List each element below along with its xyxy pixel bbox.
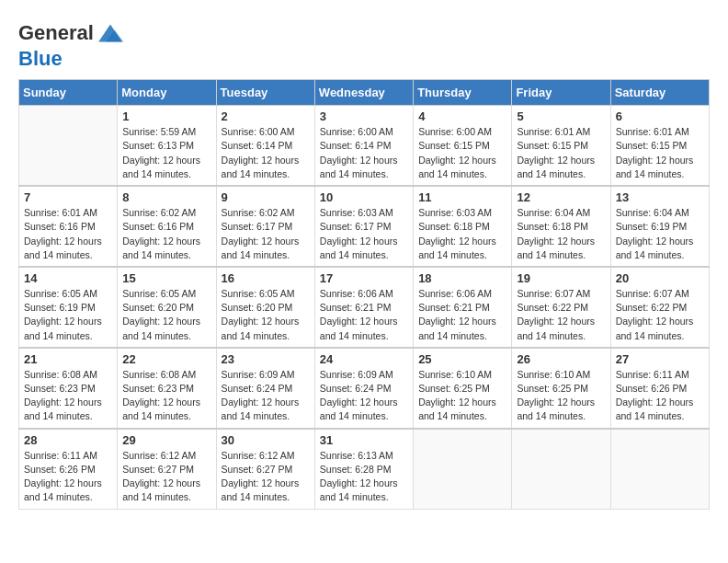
day-number: 22	[122, 352, 210, 366]
day-info: Sunrise: 6:03 AM Sunset: 6:17 PM Dayligh…	[320, 206, 408, 262]
day-number: 29	[122, 433, 210, 447]
column-header-tuesday: Tuesday	[216, 80, 314, 106]
day-info: Sunrise: 6:07 AM Sunset: 6:22 PM Dayligh…	[616, 287, 704, 343]
day-cell: 24Sunrise: 6:09 AM Sunset: 6:24 PM Dayli…	[314, 348, 413, 429]
day-cell: 22Sunrise: 6:08 AM Sunset: 6:23 PM Dayli…	[118, 348, 216, 429]
day-cell: 19Sunrise: 6:07 AM Sunset: 6:22 PM Dayli…	[512, 267, 610, 348]
logo: General Blue	[18, 18, 125, 70]
day-number: 11	[418, 190, 506, 204]
day-cell: 26Sunrise: 6:10 AM Sunset: 6:25 PM Dayli…	[512, 348, 610, 429]
day-info: Sunrise: 6:12 AM Sunset: 6:27 PM Dayligh…	[122, 449, 210, 505]
day-cell: 20Sunrise: 6:07 AM Sunset: 6:22 PM Dayli…	[610, 267, 709, 348]
calendar-header-row: SundayMondayTuesdayWednesdayThursdayFrid…	[19, 80, 710, 106]
day-info: Sunrise: 6:01 AM Sunset: 6:15 PM Dayligh…	[517, 125, 605, 181]
calendar-table: SundayMondayTuesdayWednesdayThursdayFrid…	[18, 79, 710, 509]
day-number: 20	[616, 271, 704, 285]
day-number: 28	[24, 433, 112, 447]
day-info: Sunrise: 6:02 AM Sunset: 6:17 PM Dayligh…	[222, 206, 310, 262]
day-info: Sunrise: 6:01 AM Sunset: 6:15 PM Dayligh…	[616, 125, 704, 181]
day-number: 18	[418, 271, 506, 285]
day-cell	[19, 106, 118, 186]
day-cell: 28Sunrise: 6:11 AM Sunset: 6:26 PM Dayli…	[19, 429, 118, 509]
column-header-saturday: Saturday	[610, 80, 709, 106]
day-info: Sunrise: 6:05 AM Sunset: 6:20 PM Dayligh…	[122, 287, 210, 343]
day-cell: 18Sunrise: 6:06 AM Sunset: 6:21 PM Dayli…	[414, 267, 512, 348]
column-header-friday: Friday	[512, 80, 610, 106]
day-cell: 11Sunrise: 6:03 AM Sunset: 6:18 PM Dayli…	[414, 186, 512, 267]
day-cell: 17Sunrise: 6:06 AM Sunset: 6:21 PM Dayli…	[314, 267, 413, 348]
day-number: 26	[517, 352, 605, 366]
day-cell: 2Sunrise: 6:00 AM Sunset: 6:14 PM Daylig…	[216, 106, 314, 186]
day-number: 25	[418, 352, 506, 366]
day-cell: 31Sunrise: 6:13 AM Sunset: 6:28 PM Dayli…	[314, 429, 413, 509]
day-info: Sunrise: 6:02 AM Sunset: 6:16 PM Dayligh…	[122, 206, 210, 262]
day-info: Sunrise: 6:06 AM Sunset: 6:21 PM Dayligh…	[418, 287, 506, 343]
day-cell: 7Sunrise: 6:01 AM Sunset: 6:16 PM Daylig…	[19, 186, 118, 267]
week-row-5: 28Sunrise: 6:11 AM Sunset: 6:26 PM Dayli…	[19, 429, 710, 509]
day-number: 21	[24, 352, 112, 366]
day-info: Sunrise: 6:08 AM Sunset: 6:23 PM Dayligh…	[24, 368, 112, 424]
day-cell: 15Sunrise: 6:05 AM Sunset: 6:20 PM Dayli…	[118, 267, 216, 348]
day-info: Sunrise: 6:09 AM Sunset: 6:24 PM Dayligh…	[222, 368, 310, 424]
logo-text: General	[18, 22, 94, 44]
day-number: 31	[320, 433, 408, 447]
day-cell: 29Sunrise: 6:12 AM Sunset: 6:27 PM Dayli…	[118, 429, 216, 509]
day-cell	[610, 429, 709, 509]
logo-blue: Blue	[18, 47, 63, 70]
day-number: 8	[122, 190, 210, 204]
day-cell: 8Sunrise: 6:02 AM Sunset: 6:16 PM Daylig…	[118, 186, 216, 267]
day-cell: 23Sunrise: 6:09 AM Sunset: 6:24 PM Dayli…	[216, 348, 314, 429]
day-info: Sunrise: 6:04 AM Sunset: 6:19 PM Dayligh…	[616, 206, 704, 262]
day-info: Sunrise: 6:12 AM Sunset: 6:27 PM Dayligh…	[222, 449, 310, 505]
day-number: 27	[616, 352, 704, 366]
day-info: Sunrise: 6:10 AM Sunset: 6:25 PM Dayligh…	[418, 368, 506, 424]
day-cell	[512, 429, 610, 509]
day-cell: 12Sunrise: 6:04 AM Sunset: 6:18 PM Dayli…	[512, 186, 610, 267]
day-info: Sunrise: 6:09 AM Sunset: 6:24 PM Dayligh…	[320, 368, 408, 424]
day-info: Sunrise: 6:06 AM Sunset: 6:21 PM Dayligh…	[320, 287, 408, 343]
day-cell: 14Sunrise: 6:05 AM Sunset: 6:19 PM Dayli…	[19, 267, 118, 348]
day-info: Sunrise: 6:07 AM Sunset: 6:22 PM Dayligh…	[517, 287, 605, 343]
week-row-3: 14Sunrise: 6:05 AM Sunset: 6:19 PM Dayli…	[19, 267, 710, 348]
day-cell: 16Sunrise: 6:05 AM Sunset: 6:20 PM Dayli…	[216, 267, 314, 348]
day-info: Sunrise: 6:10 AM Sunset: 6:25 PM Dayligh…	[517, 368, 605, 424]
column-header-wednesday: Wednesday	[314, 80, 413, 106]
day-info: Sunrise: 6:11 AM Sunset: 6:26 PM Dayligh…	[616, 368, 704, 424]
day-number: 13	[616, 190, 704, 204]
day-cell: 1Sunrise: 5:59 AM Sunset: 6:13 PM Daylig…	[118, 106, 216, 186]
day-number: 6	[616, 109, 704, 123]
day-cell	[414, 429, 512, 509]
day-number: 7	[24, 190, 112, 204]
day-cell: 6Sunrise: 6:01 AM Sunset: 6:15 PM Daylig…	[610, 106, 709, 186]
day-info: Sunrise: 6:13 AM Sunset: 6:28 PM Dayligh…	[320, 449, 408, 505]
day-number: 12	[517, 190, 605, 204]
day-info: Sunrise: 5:59 AM Sunset: 6:13 PM Dayligh…	[122, 125, 210, 181]
logo-icon	[96, 18, 125, 48]
day-info: Sunrise: 6:05 AM Sunset: 6:19 PM Dayligh…	[24, 287, 112, 343]
day-cell: 27Sunrise: 6:11 AM Sunset: 6:26 PM Dayli…	[610, 348, 709, 429]
day-number: 19	[517, 271, 605, 285]
day-info: Sunrise: 6:11 AM Sunset: 6:26 PM Dayligh…	[24, 449, 112, 505]
week-row-1: 1Sunrise: 5:59 AM Sunset: 6:13 PM Daylig…	[19, 106, 710, 186]
day-info: Sunrise: 6:04 AM Sunset: 6:18 PM Dayligh…	[517, 206, 605, 262]
day-number: 16	[222, 271, 310, 285]
column-header-sunday: Sunday	[19, 80, 118, 106]
day-number: 14	[24, 271, 112, 285]
day-info: Sunrise: 6:08 AM Sunset: 6:23 PM Dayligh…	[122, 368, 210, 424]
week-row-2: 7Sunrise: 6:01 AM Sunset: 6:16 PM Daylig…	[19, 186, 710, 267]
day-number: 2	[222, 109, 310, 123]
day-number: 5	[517, 109, 605, 123]
day-number: 1	[122, 109, 210, 123]
day-cell: 3Sunrise: 6:00 AM Sunset: 6:14 PM Daylig…	[314, 106, 413, 186]
column-header-thursday: Thursday	[414, 80, 512, 106]
day-number: 3	[320, 109, 408, 123]
day-info: Sunrise: 6:00 AM Sunset: 6:15 PM Dayligh…	[418, 125, 506, 181]
day-cell: 9Sunrise: 6:02 AM Sunset: 6:17 PM Daylig…	[216, 186, 314, 267]
day-number: 9	[222, 190, 310, 204]
day-info: Sunrise: 6:00 AM Sunset: 6:14 PM Dayligh…	[320, 125, 408, 181]
day-cell: 13Sunrise: 6:04 AM Sunset: 6:19 PM Dayli…	[610, 186, 709, 267]
day-cell: 10Sunrise: 6:03 AM Sunset: 6:17 PM Dayli…	[314, 186, 413, 267]
day-cell: 5Sunrise: 6:01 AM Sunset: 6:15 PM Daylig…	[512, 106, 610, 186]
day-cell: 30Sunrise: 6:12 AM Sunset: 6:27 PM Dayli…	[216, 429, 314, 509]
day-number: 15	[122, 271, 210, 285]
